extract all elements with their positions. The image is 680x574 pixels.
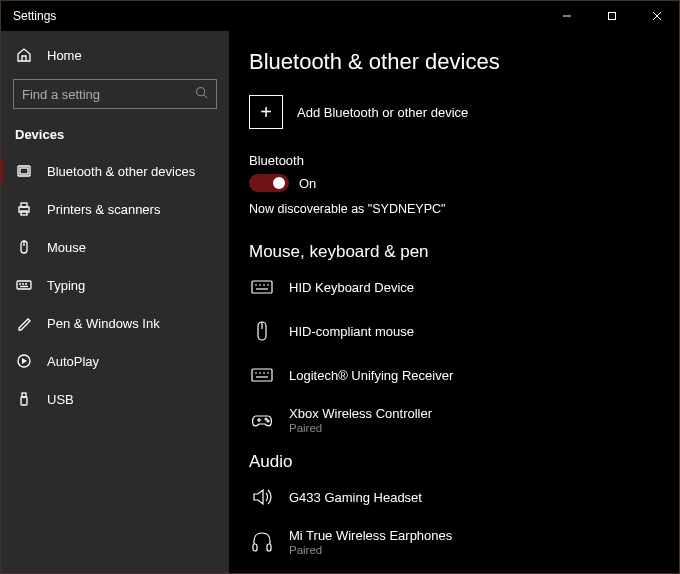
device-item[interactable]: Mi True Wireless EarphonesPaired (249, 528, 679, 556)
home-nav[interactable]: Home (1, 37, 229, 73)
nav-label: AutoPlay (47, 354, 99, 369)
svg-rect-39 (253, 544, 257, 551)
titlebar: Settings (1, 1, 679, 31)
device-name: Logitech® Unifying Receiver (289, 368, 453, 383)
group-title: Audio (249, 452, 679, 472)
mouse-icon (249, 318, 275, 344)
headphones-icon (249, 529, 275, 555)
maximize-button[interactable] (589, 1, 634, 31)
sidebar: Home Find a setting Devices Bluetooth & … (1, 31, 229, 573)
minimize-button[interactable] (544, 1, 589, 31)
nav-bluetooth[interactable]: Bluetooth & other devices (1, 152, 229, 190)
device-item[interactable]: G433 Gaming Headset (249, 484, 679, 510)
nav-label: Pen & Windows Ink (47, 316, 160, 331)
nav-label: Bluetooth & other devices (47, 164, 195, 179)
device-name: HID Keyboard Device (289, 280, 414, 295)
nav-usb[interactable]: USB (1, 380, 229, 418)
device-name: Mi True Wireless Earphones (289, 528, 452, 543)
content-pane: Bluetooth & other devices + Add Bluetoot… (229, 31, 679, 573)
svg-line-5 (204, 95, 207, 98)
search-input[interactable]: Find a setting (13, 79, 217, 109)
device-status: Paired (289, 544, 452, 556)
device-item[interactable]: Logitech® Unifying Receiver (249, 362, 679, 388)
autoplay-icon (15, 352, 33, 370)
device-item[interactable]: HID-compliant mouse (249, 318, 679, 344)
bluetooth-label: Bluetooth (249, 153, 679, 168)
speaker-icon (249, 484, 275, 510)
window-title: Settings (13, 9, 56, 23)
nav-mouse[interactable]: Mouse (1, 228, 229, 266)
svg-rect-40 (267, 544, 271, 551)
toggle-track (249, 174, 289, 192)
svg-rect-13 (17, 281, 31, 289)
home-icon (15, 46, 33, 64)
svg-point-4 (197, 88, 205, 96)
device-name: HID-compliant mouse (289, 324, 414, 339)
pen-icon (15, 314, 33, 332)
nav-pen[interactable]: Pen & Windows Ink (1, 304, 229, 342)
search-icon (195, 86, 208, 102)
keyboard-icon (249, 274, 275, 300)
keyboard-icon (15, 276, 33, 294)
device-item[interactable]: Xbox Wireless ControllerPaired (249, 406, 679, 434)
svg-rect-9 (21, 203, 27, 207)
svg-point-37 (265, 418, 267, 420)
keyboard-icon (249, 362, 275, 388)
svg-point-38 (267, 420, 269, 422)
bluetooth-toggle[interactable]: On (249, 174, 679, 192)
device-name: G433 Gaming Headset (289, 490, 422, 505)
close-button[interactable] (634, 1, 679, 31)
nav-printers[interactable]: Printers & scanners (1, 190, 229, 228)
gamepad-icon (249, 407, 275, 433)
nav-autoplay[interactable]: AutoPlay (1, 342, 229, 380)
nav-label: Printers & scanners (47, 202, 160, 217)
nav-label: Mouse (47, 240, 86, 255)
toggle-state: On (299, 176, 316, 191)
mouse-icon (15, 238, 33, 256)
device-name: Xbox Wireless Controller (289, 406, 432, 421)
search-placeholder: Find a setting (22, 87, 195, 102)
nav-label: Typing (47, 278, 85, 293)
svg-rect-29 (252, 369, 272, 381)
svg-rect-1 (608, 13, 615, 20)
usb-icon (15, 390, 33, 408)
add-device-button[interactable]: + Add Bluetooth or other device (249, 95, 679, 129)
svg-rect-20 (21, 397, 27, 405)
device-status: Paired (289, 422, 432, 434)
page-title: Bluetooth & other devices (249, 49, 679, 75)
group-title: Mouse, keyboard & pen (249, 242, 679, 262)
add-device-label: Add Bluetooth or other device (297, 105, 468, 120)
svg-rect-21 (252, 281, 272, 293)
section-header: Devices (1, 119, 229, 152)
discoverable-text: Now discoverable as "SYDNEYPC" (249, 202, 679, 216)
printer-icon (15, 200, 33, 218)
bluetooth-icon (15, 162, 33, 180)
svg-rect-7 (20, 168, 28, 174)
home-label: Home (47, 48, 82, 63)
nav-typing[interactable]: Typing (1, 266, 229, 304)
svg-rect-10 (21, 211, 27, 215)
nav-label: USB (47, 392, 74, 407)
device-item[interactable]: HID Keyboard Device (249, 274, 679, 300)
plus-icon: + (249, 95, 283, 129)
